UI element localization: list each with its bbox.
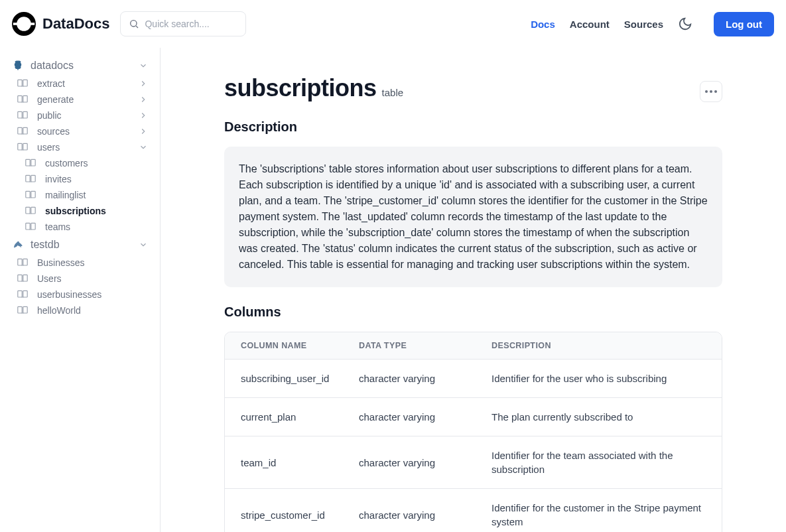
column-name-cell: team_id — [241, 457, 359, 468]
book-icon — [17, 111, 28, 120]
column-type-cell: character varying — [359, 373, 491, 384]
sidebar-table-subscriptions[interactable]: subscriptions — [7, 203, 153, 219]
mysql-icon — [12, 239, 24, 251]
page-subtype: table — [382, 87, 404, 98]
svg-rect-2 — [30, 23, 34, 25]
sidebar-table-businesses[interactable]: Businesses — [7, 255, 153, 271]
column-type-cell: character varying — [359, 411, 491, 423]
sidebar-db-testdb[interactable]: testdb — [7, 235, 153, 255]
chevron-right-icon — [139, 111, 148, 120]
postgres-icon — [12, 60, 24, 72]
sidebar-table-userbusinesses[interactable]: userbusinesses — [7, 287, 153, 302]
sidebar-table-invites[interactable]: invites — [7, 171, 153, 187]
sidebar-db-label: testdb — [31, 239, 60, 251]
search-placeholder: Quick search.... — [145, 19, 209, 29]
column-header-desc: DESCRIPTION — [491, 341, 706, 350]
book-icon — [17, 127, 28, 136]
sidebar-table-teams[interactable]: teams — [7, 219, 153, 235]
column-header-name: COLUMN NAME — [241, 341, 359, 350]
sidebar-schema-public[interactable]: public — [7, 107, 153, 123]
sidebar-item-label: customers — [45, 158, 88, 168]
book-icon — [17, 274, 28, 283]
theme-toggle-icon[interactable] — [678, 17, 692, 31]
sidebar: datadocs extract generate public sources… — [0, 48, 161, 532]
columns-table: COLUMN NAME DATA TYPE DESCRIPTION subscr… — [224, 332, 722, 532]
table-row[interactable]: team_id character varying Identifier for… — [225, 436, 722, 488]
sidebar-schema-sources[interactable]: sources — [7, 123, 153, 139]
column-name-cell: current_plan — [241, 411, 359, 423]
sidebar-db-label: datadocs — [31, 60, 74, 72]
dots-icon — [705, 90, 708, 93]
book-icon — [17, 143, 28, 152]
nav-account[interactable]: Account — [570, 19, 610, 30]
column-name-cell: subscribing_user_id — [241, 373, 359, 384]
sidebar-schema-users[interactable]: users — [7, 139, 153, 155]
column-type-cell: character varying — [359, 509, 491, 521]
chevron-down-icon — [139, 143, 148, 152]
sidebar-item-label: sources — [37, 126, 70, 137]
column-desc-cell: Identifier for the team associated with … — [491, 448, 706, 476]
book-icon — [25, 159, 36, 168]
book-icon — [25, 222, 36, 232]
sidebar-table-mailinglist[interactable]: mailinglist — [7, 187, 153, 203]
sidebar-table-customers[interactable]: customers — [7, 155, 153, 171]
column-desc-cell: The plan currently subscribed to — [491, 410, 706, 424]
sidebar-item-label: subscriptions — [45, 206, 106, 216]
search-input[interactable]: Quick search.... — [120, 11, 246, 36]
column-header-type: DATA TYPE — [359, 341, 491, 350]
main-content: subscriptions table Description The 'sub… — [161, 48, 786, 532]
sidebar-item-label: teams — [45, 222, 70, 232]
header-nav: Docs Account Sources — [531, 17, 692, 31]
book-icon — [17, 79, 28, 88]
sidebar-table-helloworld[interactable]: helloWorld — [7, 302, 153, 318]
chevron-right-icon — [139, 95, 148, 104]
sidebar-schema-extract[interactable]: extract — [7, 76, 153, 92]
table-row[interactable]: subscribing_user_id character varying Id… — [225, 359, 722, 397]
brand[interactable]: DataDocs — [12, 12, 109, 36]
column-type-cell: character varying — [359, 457, 491, 468]
columns-header-row: COLUMN NAME DATA TYPE DESCRIPTION — [225, 332, 722, 359]
svg-rect-1 — [13, 23, 18, 25]
svg-point-3 — [131, 21, 137, 27]
description-heading: Description — [224, 119, 722, 135]
book-icon — [25, 174, 36, 184]
sidebar-item-label: Users — [37, 273, 62, 284]
page-title: subscriptions — [224, 74, 377, 102]
column-desc-cell: Identifier for the user who is subscribi… — [491, 371, 706, 385]
book-icon — [17, 290, 28, 299]
book-icon — [17, 306, 28, 315]
nav-sources[interactable]: Sources — [624, 19, 663, 30]
sidebar-item-label: userbusinesses — [37, 289, 101, 300]
sidebar-item-label: helloWorld — [37, 305, 81, 316]
columns-heading: Columns — [224, 304, 722, 320]
nav-docs[interactable]: Docs — [531, 19, 555, 30]
book-icon — [25, 206, 36, 216]
sidebar-item-label: extract — [37, 78, 65, 89]
book-icon — [17, 95, 28, 104]
sidebar-item-label: public — [37, 110, 62, 121]
column-desc-cell: Identifier for the customer in the Strip… — [491, 501, 706, 529]
description-box: The 'subscriptions' table stores informa… — [224, 147, 722, 287]
svg-line-4 — [137, 26, 139, 28]
brand-name: DataDocs — [42, 15, 109, 33]
sidebar-item-label: mailinglist — [45, 190, 86, 200]
more-options-button[interactable] — [700, 81, 722, 102]
sidebar-table-users2[interactable]: Users — [7, 271, 153, 287]
search-icon — [129, 19, 139, 29]
column-name-cell: stripe_customer_id — [241, 509, 359, 521]
chevron-down-icon — [139, 240, 148, 249]
book-icon — [17, 258, 28, 267]
sidebar-schema-generate[interactable]: generate — [7, 92, 153, 107]
chevron-right-icon — [139, 79, 148, 88]
chevron-down-icon — [139, 61, 148, 70]
table-row[interactable]: current_plan character varying The plan … — [225, 397, 722, 436]
table-row[interactable]: stripe_customer_id character varying Ide… — [225, 488, 722, 532]
sidebar-item-label: Businesses — [37, 257, 85, 268]
book-icon — [25, 190, 36, 200]
app-header: DataDocs Quick search.... Docs Account S… — [0, 0, 786, 48]
sidebar-item-label: generate — [37, 94, 74, 105]
sidebar-db-datadocs[interactable]: datadocs — [7, 56, 153, 76]
logout-button[interactable]: Log out — [714, 12, 774, 36]
sidebar-item-label: users — [37, 142, 60, 153]
sidebar-item-label: invites — [45, 174, 72, 184]
